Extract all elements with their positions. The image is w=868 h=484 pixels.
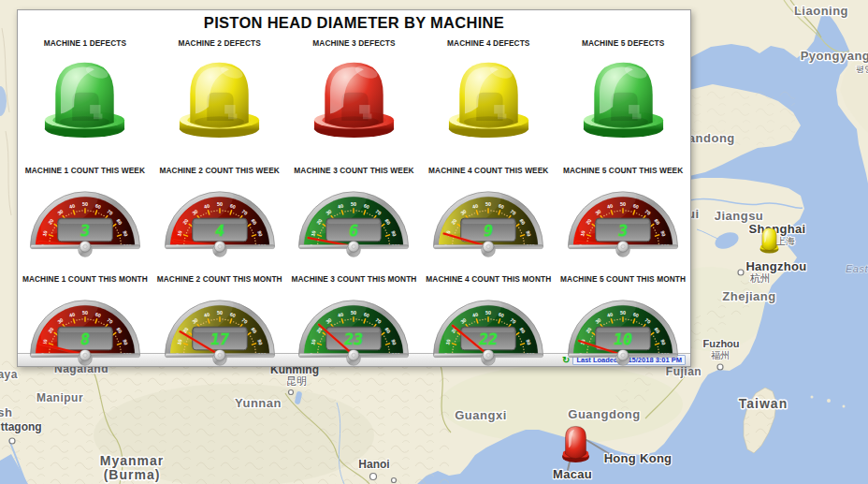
machine-label: MACHINE 5 DEFECTS <box>582 38 664 48</box>
svg-text:50: 50 <box>485 310 491 315</box>
svg-text:50: 50 <box>485 201 491 207</box>
machine-label: MACHINE 2 COUNT THIS WEEK <box>160 166 280 175</box>
machine-label: MACHINE 5 COUNT THIS MONTH <box>560 274 686 284</box>
gauge-red: 010203040506070809010088 <box>25 288 145 369</box>
machine-2-week-gauge: MACHINE 2 COUNT THIS WEEK010203040506070… <box>160 166 280 260</box>
gauge-green: 01020304050607080901002323 <box>294 288 413 369</box>
machine-4-week-gauge: MACHINE 4 COUNT THIS WEEK010203040506070… <box>428 166 548 260</box>
map-label: Chittagong <box>0 420 42 433</box>
machine-label: MACHINE 4 COUNT THIS MONTH <box>426 274 551 284</box>
map-label: 上海 <box>775 236 795 246</box>
machine-label: MACHINE 1 COUNT THIS MONTH <box>22 274 148 284</box>
machine-5-week-gauge: MACHINE 5 COUNT THIS WEEK010203040506070… <box>563 166 683 260</box>
map-label: Meghalaya <box>0 368 18 381</box>
machine-3-month-gauge: MACHINE 3 COUNT THIS MONTH01020304050607… <box>292 274 417 369</box>
led-indicator-yellow <box>444 57 533 139</box>
svg-text:50: 50 <box>352 310 357 315</box>
map-label: (Burma) <box>104 467 161 482</box>
svg-text:50: 50 <box>620 201 626 207</box>
city-dot <box>738 270 744 275</box>
machine-label: MACHINE 1 DEFECTS <box>44 38 126 48</box>
machine-5-month-gauge: MACHINE 5 COUNT THIS MONTH01020304050607… <box>560 274 686 369</box>
map-label: Manipur <box>36 391 83 404</box>
map-label: Bangladesh <box>0 405 12 419</box>
machine-3-week-gauge: MACHINE 3 COUNT THIS WEEK010203040506070… <box>294 166 413 260</box>
gauge-green: 01020304050607080901002222 <box>428 288 548 369</box>
map-label: 평양 <box>856 65 868 74</box>
machine-label: MACHINE 3 COUNT THIS WEEK <box>294 166 413 175</box>
map-label: Pyongyang <box>801 49 868 63</box>
map-label: Shanghai <box>749 222 806 236</box>
city-dot <box>392 478 397 483</box>
machine-2-defects-led: MACHINE 2 DEFECTS <box>175 38 264 139</box>
gauge-green: 010203040506070809010066 <box>294 180 413 260</box>
map-label: Hanoi <box>358 458 389 471</box>
map-label: 福州 <box>711 350 730 360</box>
gauge-olive: 01020304050607080901001717 <box>160 288 280 369</box>
map-label: Myanmar <box>100 453 164 468</box>
machine-label: MACHINE 2 COUNT THIS MONTH <box>157 274 282 284</box>
machine-label: MACHINE 4 COUNT THIS WEEK <box>428 166 548 175</box>
machine-label: MACHINE 3 DEFECTS <box>312 38 395 48</box>
map-label: 杭州 <box>749 272 771 284</box>
svg-text:23: 23 <box>343 330 364 348</box>
map-label: Macau <box>553 467 592 481</box>
machine-label: MACHINE 3 COUNT THIS MONTH <box>292 274 417 284</box>
defects-row: MACHINE 1 DEFECTSMACHINE 2 DEFECTSMACHIN… <box>18 38 690 139</box>
week-count-row: MACHINE 1 COUNT THIS WEEK010203040506070… <box>18 166 690 260</box>
city-dot <box>717 364 723 370</box>
machine-label: MACHINE 5 COUNT THIS WEEK <box>563 166 683 175</box>
map-label: Taiwan <box>739 396 788 411</box>
city-dot <box>370 474 377 480</box>
svg-text:50: 50 <box>82 201 88 207</box>
machine-5-defects-led: MACHINE 5 DEFECTS <box>579 38 668 139</box>
machine-label: MACHINE 1 COUNT THIS WEEK <box>25 166 145 175</box>
map-label: Hangzhou <box>745 259 806 273</box>
islet <box>811 396 814 399</box>
map-led-macau[interactable] <box>562 426 589 462</box>
machine-label: MACHINE 4 DEFECTS <box>447 38 529 48</box>
machine-2-month-gauge: MACHINE 2 COUNT THIS MONTH01020304050607… <box>157 274 282 369</box>
svg-text:50: 50 <box>352 201 357 207</box>
map-label: 昆明 <box>286 375 307 387</box>
city-dot <box>289 390 294 395</box>
city-dot <box>9 438 15 444</box>
gauge-olive: 010203040506070809010099 <box>428 180 548 260</box>
map-label: Hong Kong <box>604 451 673 465</box>
dashboard-panel: PISTON HEAD DIAMETER BY MACHINE MACHINE … <box>17 9 691 367</box>
map-label: Fuzhou <box>702 338 739 349</box>
svg-text:50: 50 <box>217 310 223 315</box>
machine-4-defects-led: MACHINE 4 DEFECTS <box>444 38 533 139</box>
machine-3-defects-led: MACHINE 3 DEFECTS <box>310 38 398 139</box>
islet <box>827 399 831 403</box>
svg-text:22: 22 <box>478 330 499 348</box>
map-label: Jiangsu <box>715 209 764 223</box>
svg-text:50: 50 <box>82 310 88 315</box>
islet <box>843 405 846 408</box>
gauge-red: 010203040506070809010033 <box>563 180 683 260</box>
machine-4-month-gauge: MACHINE 4 COUNT THIS MONTH01020304050607… <box>426 274 551 369</box>
page-title: PISTON HEAD DIAMETER BY MACHINE <box>18 14 690 32</box>
map-label: East <box>846 263 868 274</box>
map-label: Guangdong <box>568 407 640 421</box>
svg-text:10: 10 <box>613 330 633 348</box>
svg-text:50: 50 <box>620 310 626 315</box>
machine-1-defects-led: MACHINE 1 DEFECTS <box>40 38 129 139</box>
map-led-shanghai[interactable] <box>760 228 778 254</box>
gauge-red: 010203040506070809010044 <box>160 180 280 260</box>
map-label: Liaoning <box>794 4 848 18</box>
machine-1-week-gauge: MACHINE 1 COUNT THIS WEEK010203040506070… <box>25 166 145 260</box>
map-label: Zhejiang <box>722 289 775 303</box>
map-label: Yunnan <box>235 396 282 410</box>
led-indicator-green <box>579 57 668 139</box>
led-indicator-yellow <box>175 57 264 139</box>
map-label: Guangxi <box>455 408 507 422</box>
svg-text:50: 50 <box>217 201 223 207</box>
machine-1-month-gauge: MACHINE 1 COUNT THIS MONTH01020304050607… <box>22 274 148 369</box>
gauge-red: 010203040506070809010033 <box>25 180 145 260</box>
month-count-row: MACHINE 1 COUNT THIS MONTH01020304050607… <box>18 274 690 369</box>
led-indicator-green <box>40 57 129 139</box>
machine-label: MACHINE 2 DEFECTS <box>179 38 261 48</box>
led-indicator-red <box>310 57 398 139</box>
svg-text:17: 17 <box>209 330 229 348</box>
